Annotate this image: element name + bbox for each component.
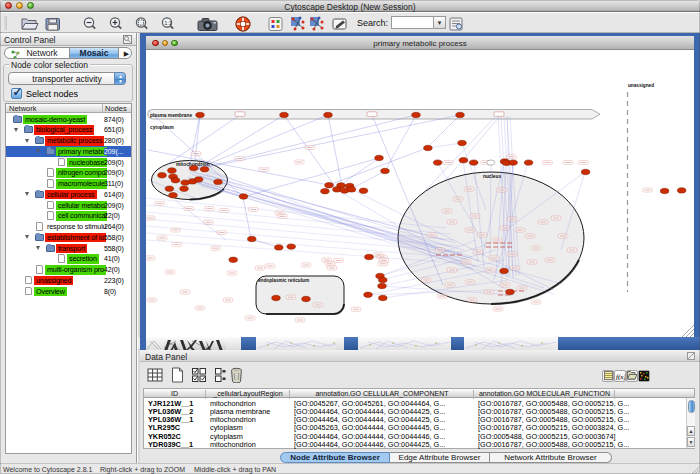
svg-text:plasma membrane: plasma membrane: [150, 113, 192, 118]
svg-text:unassigned: unassigned: [628, 83, 654, 88]
svg-text:endoplasmic reticulum: endoplasmic reticulum: [258, 278, 309, 283]
svg-text:1:1: 1:1: [164, 20, 172, 26]
svg-text:cytoplasm: cytoplasm: [150, 125, 174, 130]
svg-text:nucleus: nucleus: [483, 174, 501, 179]
svg-text:f(x): f(x): [616, 373, 625, 381]
